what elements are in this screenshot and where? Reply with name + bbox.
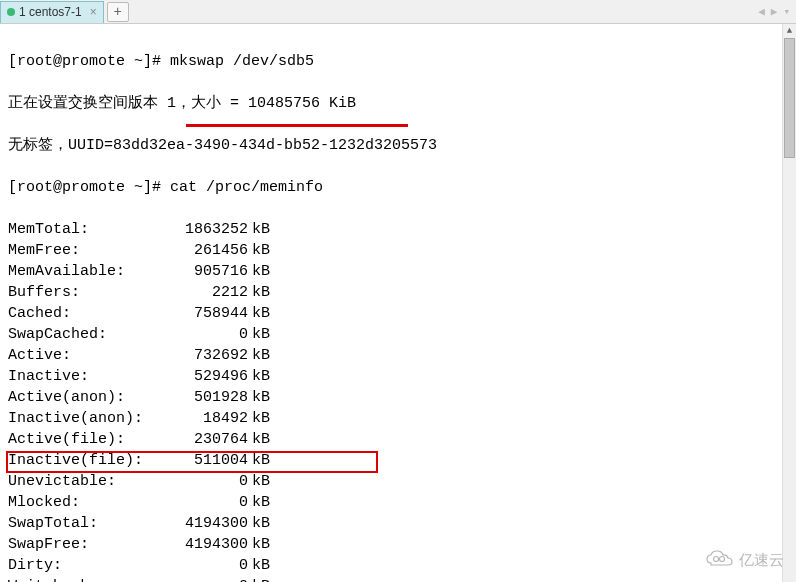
meminfo-row: Mlocked:0kB [8, 492, 788, 513]
vertical-scrollbar[interactable]: ▲ [782, 24, 796, 582]
meminfo-value: 18492 [168, 408, 248, 429]
meminfo-label: Active(file): [8, 429, 168, 450]
shell-prompt: [root@promote ~]# [8, 53, 170, 70]
meminfo-output: MemTotal:1863252kBMemFree:261456kBMemAva… [8, 219, 788, 582]
meminfo-value: 732692 [168, 345, 248, 366]
meminfo-value: 529496 [168, 366, 248, 387]
tab-prev-icon[interactable]: ◀ [756, 5, 767, 18]
meminfo-value: 4194300 [168, 534, 248, 555]
meminfo-unit: kB [248, 240, 270, 261]
meminfo-value: 0 [168, 324, 248, 345]
meminfo-row: Inactive(file):511004kB [8, 450, 788, 471]
scroll-thumb[interactable] [784, 38, 795, 158]
meminfo-value: 905716 [168, 261, 248, 282]
meminfo-value: 230764 [168, 429, 248, 450]
meminfo-row: Active(file):230764kB [8, 429, 788, 450]
meminfo-label: Unevictable: [8, 471, 168, 492]
meminfo-unit: kB [248, 387, 270, 408]
meminfo-value: 1863252 [168, 219, 248, 240]
cloud-icon [705, 549, 733, 572]
meminfo-label: MemAvailable: [8, 261, 168, 282]
meminfo-unit: kB [248, 534, 270, 555]
meminfo-label: Active(anon): [8, 387, 168, 408]
meminfo-row: MemAvailable:905716kB [8, 261, 788, 282]
meminfo-value: 4194300 [168, 513, 248, 534]
meminfo-value: 501928 [168, 387, 248, 408]
meminfo-label: Active: [8, 345, 168, 366]
shell-prompt: [root@promote ~]# [8, 179, 170, 196]
meminfo-unit: kB [248, 471, 270, 492]
meminfo-value: 0 [168, 576, 248, 582]
meminfo-label: Inactive(anon): [8, 408, 168, 429]
meminfo-unit: kB [248, 282, 270, 303]
meminfo-row: Active:732692kB [8, 345, 788, 366]
meminfo-row: Writeback:0kB [8, 576, 788, 582]
meminfo-label: Buffers: [8, 282, 168, 303]
meminfo-row: Unevictable:0kB [8, 471, 788, 492]
meminfo-label: MemFree: [8, 240, 168, 261]
meminfo-unit: kB [248, 450, 270, 471]
annotation-underline [186, 124, 408, 127]
meminfo-label: SwapTotal: [8, 513, 168, 534]
tab-nav: ◀ ▶ ▾ [756, 5, 792, 18]
meminfo-row: SwapCached:0kB [8, 324, 788, 345]
meminfo-row: Cached:758944kB [8, 303, 788, 324]
shell-command: cat /proc/meminfo [170, 179, 323, 196]
meminfo-label: MemTotal: [8, 219, 168, 240]
meminfo-unit: kB [248, 576, 270, 582]
shell-command: mkswap /dev/sdb5 [170, 53, 314, 70]
watermark: 亿速云 [705, 549, 784, 572]
terminal-line: 无标签，UUID=83dd32ea-3490-434d-bb52-1232d32… [8, 135, 788, 156]
meminfo-value: 0 [168, 471, 248, 492]
meminfo-unit: kB [248, 555, 270, 576]
meminfo-label: Dirty: [8, 555, 168, 576]
meminfo-label: Writeback: [8, 576, 168, 582]
add-tab-button[interactable]: + [107, 2, 129, 22]
meminfo-label: Mlocked: [8, 492, 168, 513]
terminal-line: [root@promote ~]# cat /proc/meminfo [8, 177, 788, 198]
tab-active[interactable]: 1 centos7-1 × [0, 1, 104, 23]
tab-menu-icon[interactable]: ▾ [781, 5, 792, 18]
meminfo-row: Active(anon):501928kB [8, 387, 788, 408]
meminfo-unit: kB [248, 366, 270, 387]
meminfo-row: Inactive:529496kB [8, 366, 788, 387]
scroll-up-icon[interactable]: ▲ [783, 24, 796, 38]
meminfo-label: Inactive: [8, 366, 168, 387]
svg-point-1 [720, 557, 725, 562]
meminfo-value: 511004 [168, 450, 248, 471]
meminfo-unit: kB [248, 345, 270, 366]
close-icon[interactable]: × [90, 5, 97, 19]
meminfo-unit: kB [248, 429, 270, 450]
meminfo-value: 758944 [168, 303, 248, 324]
meminfo-unit: kB [248, 408, 270, 429]
meminfo-row: Inactive(anon):18492kB [8, 408, 788, 429]
meminfo-value: 2212 [168, 282, 248, 303]
watermark-text: 亿速云 [739, 551, 784, 570]
tab-label: 1 centos7-1 [19, 5, 82, 19]
terminal-output[interactable]: [root@promote ~]# mkswap /dev/sdb5 正在设置交… [0, 24, 796, 582]
meminfo-label: Inactive(file): [8, 450, 168, 471]
meminfo-value: 0 [168, 492, 248, 513]
meminfo-row: MemTotal:1863252kB [8, 219, 788, 240]
meminfo-row: SwapFree:4194300kB [8, 534, 788, 555]
meminfo-label: SwapCached: [8, 324, 168, 345]
terminal-line: [root@promote ~]# mkswap /dev/sdb5 [8, 51, 788, 72]
meminfo-unit: kB [248, 492, 270, 513]
meminfo-row: MemFree:261456kB [8, 240, 788, 261]
svg-point-0 [714, 557, 719, 562]
meminfo-row: Dirty:0kB [8, 555, 788, 576]
tab-bar: 1 centos7-1 × + ◀ ▶ ▾ [0, 0, 796, 24]
meminfo-unit: kB [248, 513, 270, 534]
meminfo-value: 261456 [168, 240, 248, 261]
status-dot-icon [7, 8, 15, 16]
meminfo-unit: kB [248, 303, 270, 324]
meminfo-unit: kB [248, 324, 270, 345]
tab-next-icon[interactable]: ▶ [769, 5, 780, 18]
meminfo-label: Cached: [8, 303, 168, 324]
meminfo-row: SwapTotal:4194300kB [8, 513, 788, 534]
meminfo-unit: kB [248, 261, 270, 282]
meminfo-label: SwapFree: [8, 534, 168, 555]
meminfo-row: Buffers:2212kB [8, 282, 788, 303]
meminfo-unit: kB [248, 219, 270, 240]
terminal-line: 正在设置交换空间版本 1，大小 = 10485756 KiB [8, 93, 788, 114]
